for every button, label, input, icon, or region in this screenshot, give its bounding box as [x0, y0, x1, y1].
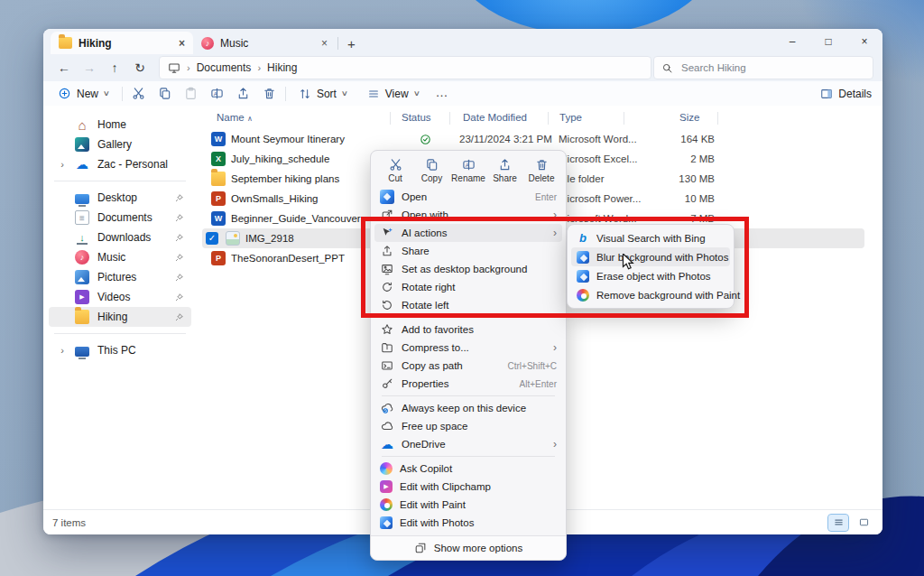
thumbnail-view-toggle[interactable] — [854, 515, 873, 531]
delete-button[interactable]: Delete — [524, 155, 559, 185]
column-header-size[interactable]: Size — [679, 112, 699, 123]
paste-button[interactable] — [184, 87, 198, 100]
cut-button[interactable] — [132, 87, 145, 100]
file-name: Beginner_Guide_Vancouver — [231, 213, 361, 224]
breadcrumb[interactable]: › Documents › Hiking — [159, 56, 651, 79]
more-options-icon[interactable]: … — [435, 86, 448, 98]
rename-icon: A — [462, 158, 476, 172]
new-label: New — [77, 88, 98, 100]
menu-separator — [382, 456, 555, 457]
copy-button[interactable]: Copy — [415, 155, 449, 185]
sidebar-item-label: Pictures — [97, 271, 136, 283]
menu-item-add-to-favorites[interactable]: Add to favorites — [374, 321, 562, 339]
menu-item-always-keep-on-device[interactable]: Always keep on this device — [374, 399, 562, 417]
chevron-right-icon: › — [257, 63, 261, 73]
refresh-button[interactable]: ↻ — [128, 57, 152, 79]
menu-item-properties[interactable]: Properties Alt+Enter — [374, 375, 562, 393]
menu-item-free-up-space[interactable]: Free up space — [374, 417, 562, 435]
cut-button[interactable]: Cut — [378, 155, 412, 185]
share-button[interactable] — [236, 87, 250, 100]
sidebar-item-pictures[interactable]: Pictures — [49, 267, 191, 287]
file-name: TheSonoranDesert_PPT — [231, 253, 345, 264]
menu-item-edit-with-clipchamp[interactable]: Edit with Clipchamp — [374, 478, 562, 496]
compress-icon — [380, 340, 394, 355]
search-box[interactable] — [653, 56, 873, 79]
close-tab-icon[interactable]: × — [321, 38, 328, 49]
new-button[interactable]: New ∨ — [54, 85, 113, 102]
column-header-status[interactable]: Status — [402, 112, 431, 123]
column-header-date[interactable]: Date Modified — [463, 112, 527, 123]
menu-item-open[interactable]: Open Enter — [374, 188, 562, 206]
rename-button[interactable]: A — [210, 87, 224, 100]
file-name: Mount Seymour Itinerary — [231, 134, 345, 144]
tab-music[interactable]: Music × — [193, 32, 336, 54]
sidebar-item-downloads[interactable]: Downloads — [49, 228, 191, 247]
details-pane-button[interactable]: Details — [820, 88, 872, 100]
menu-item-edit-with-photos[interactable]: Edit with Photos — [374, 514, 562, 532]
powerpoint-file-icon — [211, 251, 226, 265]
tab-separator — [337, 37, 338, 50]
view-button[interactable]: View ∨ — [364, 86, 423, 102]
details-label: Details — [838, 88, 872, 100]
breadcrumb-hiking[interactable]: Hiking — [267, 61, 297, 74]
details-view-toggle[interactable] — [828, 515, 848, 531]
tab-hiking[interactable]: Hiking × — [51, 32, 193, 54]
pin-icon — [174, 193, 184, 203]
videos-icon — [75, 290, 89, 304]
forward-button[interactable]: → — [78, 57, 101, 79]
file-date: 23/11/2024 3:21 PM — [459, 134, 552, 144]
up-button[interactable]: ↑ — [103, 57, 126, 79]
sidebar-item-videos[interactable]: Videos — [49, 287, 191, 307]
chevron-right-icon[interactable]: › — [58, 346, 67, 356]
close-button[interactable]: × — [846, 29, 882, 54]
sidebar-item-hiking[interactable]: Hiking — [49, 307, 191, 327]
minimize-button[interactable]: – — [774, 29, 810, 54]
sidebar-item-gallery[interactable]: Gallery — [49, 135, 191, 154]
pin-icon — [174, 312, 184, 322]
column-headers: Name ∧ Status Date Modified Type Size — [197, 107, 882, 129]
home-icon — [75, 117, 89, 132]
sidebar-item-home[interactable]: Home — [49, 115, 191, 135]
show-more-icon — [414, 542, 427, 554]
share-button[interactable]: Share — [488, 155, 522, 185]
tab-label: Music — [220, 37, 248, 50]
menu-item-compress-to[interactable]: Compress to... › — [374, 339, 562, 357]
delete-button[interactable] — [263, 87, 276, 100]
column-header-type[interactable]: Type — [559, 112, 582, 123]
search-input[interactable] — [679, 61, 865, 74]
breadcrumb-documents[interactable]: Documents — [197, 61, 252, 74]
new-tab-button[interactable]: + — [347, 37, 356, 51]
plus-circle-icon — [58, 87, 71, 100]
file-size: 164 KB — [628, 134, 715, 144]
menu-item-edit-with-paint[interactable]: Edit with Paint — [374, 496, 562, 514]
sidebar-item-documents[interactable]: Documents — [49, 208, 191, 228]
menu-item-show-more-options[interactable]: Show more options — [371, 535, 566, 560]
menu-item-ask-copilot[interactable]: Ask Copilot — [374, 460, 562, 478]
sidebar-item-desktop[interactable]: Desktop — [49, 188, 191, 208]
maximize-button[interactable]: □ — [810, 29, 846, 54]
photos-app-icon — [380, 516, 393, 529]
chevron-right-icon[interactable]: › — [58, 160, 67, 170]
sort-button[interactable]: Sort ∨ — [295, 86, 351, 102]
back-button[interactable]: ← — [52, 57, 76, 79]
chevron-right-icon: › — [553, 439, 557, 450]
sort-label: Sort — [317, 88, 337, 100]
rename-button[interactable]: A Rename — [451, 155, 485, 185]
sidebar-item-this-pc[interactable]: › This PC — [49, 340, 191, 360]
copy-button[interactable] — [158, 87, 171, 100]
table-row[interactable]: Mount Seymour Itinerary 23/11/2024 3:21 … — [202, 129, 864, 149]
copilot-icon — [380, 462, 393, 475]
context-menu: Cut Copy A Rename Share Delete Open Ente… — [370, 150, 567, 561]
close-tab-icon[interactable]: × — [179, 38, 185, 49]
word-file-icon — [211, 211, 226, 226]
sidebar-item-music[interactable]: Music — [49, 247, 191, 267]
column-header-name[interactable]: Name ∧ — [217, 112, 253, 123]
sidebar-divider — [54, 181, 186, 181]
menu-item-copy-as-path[interactable]: Copy as path Ctrl+Shift+C — [374, 357, 562, 375]
sidebar-item-onedrive[interactable]: › Zac - Personal — [49, 154, 191, 174]
sidebar-item-label: Gallery — [97, 138, 132, 151]
checkbox-checked-icon[interactable]: ✓ — [206, 232, 218, 245]
file-size: 130 MB — [628, 173, 715, 184]
red-highlight-box — [361, 217, 749, 318]
menu-item-onedrive[interactable]: OneDrive › — [374, 435, 562, 453]
